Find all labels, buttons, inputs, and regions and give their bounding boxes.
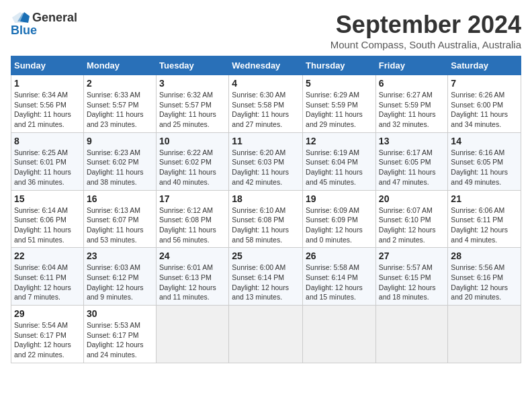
calendar-cell: 26Sunrise: 5:58 AMSunset: 6:14 PMDayligh…	[303, 248, 376, 306]
cell-details: Sunrise: 6:09 AMSunset: 6:09 PMDaylight:…	[306, 205, 373, 245]
day-number: 14	[451, 136, 518, 146]
calendar-week-5: 29Sunrise: 5:54 AMSunset: 6:17 PMDayligh…	[11, 306, 521, 363]
calendar-cell: 8Sunrise: 6:25 AMSunset: 6:01 PMDaylight…	[11, 132, 84, 190]
day-number: 21	[451, 193, 518, 204]
calendar-week-3: 15Sunrise: 6:14 AMSunset: 6:06 PMDayligh…	[11, 190, 521, 248]
cell-details: Sunrise: 6:32 AMSunset: 5:57 PMDaylight:…	[159, 90, 226, 130]
calendar-cell: 1Sunrise: 6:34 AMSunset: 5:56 PMDaylight…	[11, 75, 84, 133]
cell-details: Sunrise: 6:29 AMSunset: 5:59 PMDaylight:…	[306, 90, 373, 130]
location-title: Mount Compass, South Australia, Australi…	[330, 39, 521, 50]
day-number: 18	[232, 193, 300, 204]
cell-details: Sunrise: 6:01 AMSunset: 6:13 PMDaylight:…	[159, 263, 226, 302]
calendar-week-1: 1Sunrise: 6:34 AMSunset: 5:56 PMDaylight…	[11, 75, 521, 133]
day-number: 2	[87, 78, 153, 89]
calendar-cell: 6Sunrise: 6:27 AMSunset: 5:59 PMDaylight…	[375, 75, 448, 133]
day-number: 15	[14, 193, 81, 204]
day-number: 30	[87, 308, 153, 319]
cell-details: Sunrise: 5:53 AMSunset: 6:17 PMDaylight:…	[87, 320, 153, 360]
day-number: 6	[379, 78, 445, 89]
calendar-table: SundayMondayTuesdayWednesdayThursdayFrid…	[11, 56, 521, 363]
cell-details: Sunrise: 5:56 AMSunset: 6:16 PMDaylight:…	[451, 263, 518, 302]
calendar-cell: 30Sunrise: 5:53 AMSunset: 6:17 PMDayligh…	[83, 306, 156, 363]
day-number: 3	[159, 78, 226, 89]
logo-icon	[11, 11, 30, 24]
cell-details: Sunrise: 6:34 AMSunset: 5:56 PMDaylight:…	[14, 90, 81, 130]
calendar-cell	[375, 306, 448, 363]
cell-details: Sunrise: 6:03 AMSunset: 6:12 PMDaylight:…	[87, 263, 153, 302]
day-number: 4	[232, 78, 300, 89]
cell-details: Sunrise: 6:07 AMSunset: 6:10 PMDaylight:…	[379, 205, 445, 245]
calendar-cell: 19Sunrise: 6:09 AMSunset: 6:09 PMDayligh…	[303, 190, 376, 248]
logo-general-text: General	[32, 11, 77, 24]
calendar-cell: 2Sunrise: 6:33 AMSunset: 5:57 PMDaylight…	[83, 75, 156, 133]
day-number: 10	[159, 136, 226, 146]
day-number: 7	[451, 78, 518, 89]
cell-details: Sunrise: 6:25 AMSunset: 6:01 PMDaylight:…	[14, 148, 81, 187]
weekday-header-sunday: Sunday	[11, 56, 84, 75]
calendar-cell: 11Sunrise: 6:20 AMSunset: 6:03 PMDayligh…	[229, 132, 303, 190]
calendar-week-2: 8Sunrise: 6:25 AMSunset: 6:01 PMDaylight…	[11, 132, 521, 190]
calendar-cell: 23Sunrise: 6:03 AMSunset: 6:12 PMDayligh…	[83, 248, 156, 306]
logo: General Blue	[11, 11, 77, 36]
day-number: 23	[87, 250, 153, 261]
cell-details: Sunrise: 5:54 AMSunset: 6:17 PMDaylight:…	[14, 320, 81, 360]
calendar-cell: 16Sunrise: 6:13 AMSunset: 6:07 PMDayligh…	[83, 190, 156, 248]
calendar-cell: 17Sunrise: 6:12 AMSunset: 6:08 PMDayligh…	[157, 190, 229, 248]
cell-details: Sunrise: 5:58 AMSunset: 6:14 PMDaylight:…	[306, 263, 373, 302]
cell-details: Sunrise: 6:14 AMSunset: 6:06 PMDaylight:…	[14, 205, 81, 245]
title-area: September 2024 Mount Compass, South Aust…	[330, 11, 521, 50]
weekday-header-row: SundayMondayTuesdayWednesdayThursdayFrid…	[11, 56, 521, 75]
day-number: 9	[87, 136, 153, 146]
calendar-cell: 20Sunrise: 6:07 AMSunset: 6:10 PMDayligh…	[375, 190, 448, 248]
header: General Blue September 2024 Mount Compas…	[11, 11, 521, 50]
cell-details: Sunrise: 6:33 AMSunset: 5:57 PMDaylight:…	[87, 90, 153, 130]
day-number: 20	[379, 193, 445, 204]
calendar-cell: 10Sunrise: 6:22 AMSunset: 6:02 PMDayligh…	[157, 132, 229, 190]
cell-details: Sunrise: 6:26 AMSunset: 6:00 PMDaylight:…	[451, 90, 518, 130]
cell-details: Sunrise: 6:30 AMSunset: 5:58 PMDaylight:…	[232, 90, 300, 130]
cell-details: Sunrise: 6:27 AMSunset: 5:59 PMDaylight:…	[379, 90, 445, 130]
calendar-cell: 29Sunrise: 5:54 AMSunset: 6:17 PMDayligh…	[11, 306, 84, 363]
day-number: 25	[232, 250, 300, 261]
cell-details: Sunrise: 6:06 AMSunset: 6:11 PMDaylight:…	[451, 205, 518, 245]
cell-details: Sunrise: 6:23 AMSunset: 6:02 PMDaylight:…	[87, 148, 153, 187]
cell-details: Sunrise: 6:12 AMSunset: 6:08 PMDaylight:…	[159, 205, 226, 245]
weekday-header-wednesday: Wednesday	[229, 56, 303, 75]
calendar-cell: 25Sunrise: 6:00 AMSunset: 6:14 PMDayligh…	[229, 248, 303, 306]
day-number: 5	[306, 78, 373, 89]
day-number: 8	[14, 136, 81, 146]
calendar-week-4: 22Sunrise: 6:04 AMSunset: 6:11 PMDayligh…	[11, 248, 521, 306]
calendar-cell: 13Sunrise: 6:17 AMSunset: 6:05 PMDayligh…	[375, 132, 448, 190]
calendar-cell: 22Sunrise: 6:04 AMSunset: 6:11 PMDayligh…	[11, 248, 84, 306]
cell-details: Sunrise: 6:10 AMSunset: 6:08 PMDaylight:…	[232, 205, 300, 245]
calendar-cell: 18Sunrise: 6:10 AMSunset: 6:08 PMDayligh…	[229, 190, 303, 248]
cell-details: Sunrise: 6:00 AMSunset: 6:14 PMDaylight:…	[232, 263, 300, 302]
weekday-header-friday: Friday	[375, 56, 448, 75]
calendar-cell: 9Sunrise: 6:23 AMSunset: 6:02 PMDaylight…	[83, 132, 156, 190]
cell-details: Sunrise: 6:20 AMSunset: 6:03 PMDaylight:…	[232, 148, 300, 187]
cell-details: Sunrise: 6:04 AMSunset: 6:11 PMDaylight:…	[14, 263, 81, 302]
logo-blue-text: Blue	[11, 24, 37, 36]
weekday-header-tuesday: Tuesday	[157, 56, 229, 75]
cell-details: Sunrise: 6:17 AMSunset: 6:05 PMDaylight:…	[379, 148, 445, 187]
calendar-cell: 12Sunrise: 6:19 AMSunset: 6:04 PMDayligh…	[303, 132, 376, 190]
cell-details: Sunrise: 6:19 AMSunset: 6:04 PMDaylight:…	[306, 148, 373, 187]
day-number: 19	[306, 193, 373, 204]
calendar-cell: 5Sunrise: 6:29 AMSunset: 5:59 PMDaylight…	[303, 75, 376, 133]
day-number: 11	[232, 136, 300, 146]
calendar-cell: 21Sunrise: 6:06 AMSunset: 6:11 PMDayligh…	[448, 190, 521, 248]
weekday-header-monday: Monday	[83, 56, 156, 75]
day-number: 13	[379, 136, 445, 146]
day-number: 16	[87, 193, 153, 204]
month-title: September 2024	[330, 11, 521, 39]
calendar-cell: 24Sunrise: 6:01 AMSunset: 6:13 PMDayligh…	[157, 248, 229, 306]
calendar-cell: 7Sunrise: 6:26 AMSunset: 6:00 PMDaylight…	[448, 75, 521, 133]
calendar-cell: 15Sunrise: 6:14 AMSunset: 6:06 PMDayligh…	[11, 190, 84, 248]
calendar-cell	[303, 306, 376, 363]
day-number: 12	[306, 136, 373, 146]
day-number: 22	[14, 250, 81, 261]
day-number: 24	[159, 250, 226, 261]
day-number: 29	[14, 308, 81, 319]
calendar-cell	[157, 306, 229, 363]
calendar-cell	[448, 306, 521, 363]
